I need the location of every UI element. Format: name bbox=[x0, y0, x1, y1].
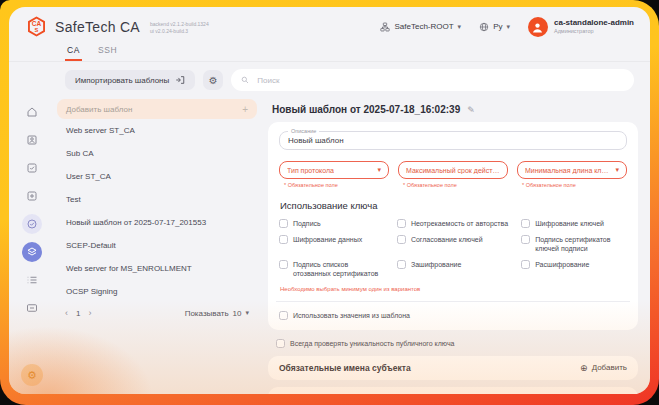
user-menu[interactable]: ca-standalone-admin Администратор bbox=[528, 17, 634, 37]
template-list-item[interactable]: OCSP Signing bbox=[57, 280, 257, 303]
template-list-item[interactable]: Web server for MS_ENROLLMENT bbox=[57, 257, 257, 280]
checkbox-icon bbox=[521, 260, 530, 269]
pager: ‹ 1 › bbox=[65, 308, 91, 318]
svg-text:CA: CA bbox=[32, 20, 42, 27]
nav-templates-button[interactable] bbox=[22, 242, 42, 262]
key-usage-label: Подпись bbox=[293, 219, 321, 228]
checkbox-icon bbox=[279, 219, 288, 228]
tab-ca[interactable]: CA bbox=[65, 42, 82, 61]
description-input[interactable]: Описание Новый шаблон bbox=[279, 131, 627, 150]
nav-journal-button[interactable] bbox=[22, 270, 42, 290]
add-subject-name-button[interactable]: ⊕ Добавить bbox=[580, 363, 627, 373]
checkbox-icon bbox=[279, 311, 288, 320]
user-name: ca-standalone-admin bbox=[554, 18, 634, 28]
template-list-item[interactable]: User ST_CA bbox=[57, 165, 257, 188]
nav-new-request-button[interactable] bbox=[22, 186, 42, 206]
template-list-panel: Добавить шаблон + Web server ST_CA Sub C… bbox=[55, 97, 264, 394]
card-minus-icon bbox=[26, 302, 38, 314]
search-input[interactable] bbox=[255, 75, 624, 86]
plus-circle-icon: ⊕ bbox=[580, 363, 588, 373]
app-header: CA S SafeTech CA backend v2.1.2-build.13… bbox=[9, 7, 650, 41]
ca-root-label: SafeTech-ROOT bbox=[394, 22, 453, 31]
key-usage-option[interactable]: Подпись bbox=[279, 219, 387, 228]
nav-certificates-button[interactable] bbox=[22, 130, 42, 150]
nav-approvals-button[interactable] bbox=[22, 214, 42, 234]
chevron-down-icon: ▾ bbox=[377, 166, 381, 174]
key-usage-option[interactable]: Шифрование данных bbox=[279, 235, 387, 253]
tab-ssh[interactable]: SSH bbox=[96, 42, 119, 61]
min-key-length-label: Минимальная длина ключа bbox=[525, 167, 611, 174]
page-next-button[interactable]: › bbox=[88, 308, 91, 318]
chevron-down-icon: ▾ bbox=[458, 23, 462, 31]
template-list-item[interactable]: Новый шаблон от 2025-07-17_201553 bbox=[57, 211, 257, 234]
version-info: backend v2.1.2-build.1324 ui v2.0.24-bui… bbox=[150, 21, 209, 34]
key-usage-option[interactable]: Подпись сертификатов ключей подписи bbox=[521, 235, 627, 253]
max-validity-select[interactable]: Максимальный срок действия се... bbox=[398, 161, 508, 179]
key-usage-option[interactable]: Согласование ключей bbox=[397, 235, 511, 253]
language-selector[interactable]: Ру ▾ bbox=[479, 22, 510, 32]
settings-button[interactable]: ⚙ bbox=[203, 70, 223, 90]
gradient-frame: CA S SafeTech CA backend v2.1.2-build.13… bbox=[0, 0, 659, 405]
key-usage-option[interactable]: Зашифрование bbox=[397, 260, 511, 278]
search-bar bbox=[231, 69, 634, 91]
nav-requests-button[interactable] bbox=[22, 158, 42, 178]
use-template-values-checkbox[interactable]: Использовать значения из шаблона bbox=[279, 311, 627, 320]
key-usage-label: Подпись сертификатов ключей подписи bbox=[535, 235, 627, 253]
key-usage-option[interactable]: Подпись списков отозванных сертификатов bbox=[279, 260, 387, 278]
select-wrap: Тип протокола ▾ * Обязательное поле bbox=[279, 161, 389, 188]
checkbox-icon bbox=[397, 219, 406, 228]
protocol-type-select[interactable]: Тип протокола ▾ bbox=[279, 161, 389, 179]
globe-icon bbox=[479, 22, 489, 32]
rail-settings-button[interactable]: ⚙ bbox=[21, 364, 43, 386]
required-field-hint: * Обязательное поле bbox=[403, 182, 508, 188]
language-label: Ру bbox=[493, 22, 502, 31]
required-field-hint: * Обязательное поле bbox=[522, 182, 627, 188]
editor-title: Новый шаблон от 2025-07-18_16:02:39 bbox=[272, 104, 460, 115]
page-size-selector[interactable]: Показывать 10 ▾ bbox=[185, 309, 249, 318]
page-size-label: Показывать bbox=[185, 309, 229, 318]
key-usage-option[interactable]: Неотрекаемость от авторства bbox=[397, 219, 511, 228]
ca-root-selector[interactable]: SafeTech-ROOT ▾ bbox=[380, 22, 461, 32]
editor-title-row: Новый шаблон от 2025-07-18_16:02:39 ✎ bbox=[268, 104, 638, 115]
version-ui: ui v2.0.24-build.3 bbox=[150, 28, 209, 34]
add-subject-name-label: Добавить bbox=[592, 363, 627, 372]
template-list-item[interactable]: Sub CA bbox=[57, 142, 257, 165]
plus-icon: + bbox=[242, 104, 248, 115]
template-list-item[interactable]: Test bbox=[57, 188, 257, 211]
checkbox-icon bbox=[279, 260, 288, 269]
safetech-logo-icon: CA S bbox=[25, 15, 48, 38]
check-unique-key-label: Всегда проверять уникальность публичного… bbox=[290, 339, 454, 348]
content-area: ⚙ Добавить шаблон + Web server ST_CA Sub… bbox=[9, 97, 650, 394]
pagination: ‹ 1 › Показывать 10 ▾ bbox=[57, 308, 257, 318]
key-usage-option[interactable]: Шифрование ключей bbox=[521, 219, 627, 228]
template-list-item[interactable]: SCEP-Default bbox=[57, 234, 257, 257]
key-usage-option[interactable]: Расшифрование bbox=[521, 260, 627, 278]
chevron-down-icon: ▾ bbox=[506, 23, 510, 31]
checkbox-icon bbox=[279, 235, 288, 244]
check-square-icon bbox=[26, 162, 38, 174]
checkbox-icon bbox=[521, 235, 530, 244]
app-window: CA S SafeTech CA backend v2.1.2-build.13… bbox=[9, 7, 650, 394]
page-number[interactable]: 1 bbox=[76, 309, 80, 318]
subject-names-card: Обязательные имена субъекта ⊕ Добавить bbox=[268, 356, 638, 380]
key-usage-label: Согласование ключей bbox=[411, 235, 483, 244]
edit-title-icon[interactable]: ✎ bbox=[467, 105, 475, 115]
subject-names-title: Обязательные имена субъекта bbox=[279, 363, 411, 373]
template-list-item[interactable]: Web server ST_CA bbox=[57, 119, 257, 142]
nav-crl-button[interactable] bbox=[22, 298, 42, 318]
chevron-down-icon: ▾ bbox=[615, 166, 619, 174]
page-size-value: 10 bbox=[233, 309, 242, 318]
description-input-value: Новый шаблон bbox=[288, 136, 344, 145]
import-templates-button[interactable]: Импортировать шаблоны bbox=[65, 70, 195, 90]
add-template-button[interactable]: Добавить шаблон + bbox=[57, 99, 257, 119]
import-button-label: Импортировать шаблоны bbox=[75, 76, 169, 85]
nav-home-button[interactable] bbox=[22, 102, 42, 122]
key-usage-label: Шифрование данных bbox=[293, 235, 362, 244]
check-unique-key-checkbox[interactable]: Всегда проверять уникальность публичного… bbox=[276, 339, 638, 348]
page-prev-button[interactable]: ‹ bbox=[65, 308, 68, 318]
min-key-length-select[interactable]: Минимальная длина ключа ▾ bbox=[517, 161, 627, 179]
key-usage-warning: Необходимо выбрать минимум один из вариа… bbox=[280, 286, 627, 292]
id-badge-icon bbox=[26, 134, 38, 146]
key-usage-label: Шифрование ключей bbox=[535, 219, 604, 228]
key-usage-grid: Подпись Неотрекаемость от авторства Шифр… bbox=[279, 219, 627, 278]
